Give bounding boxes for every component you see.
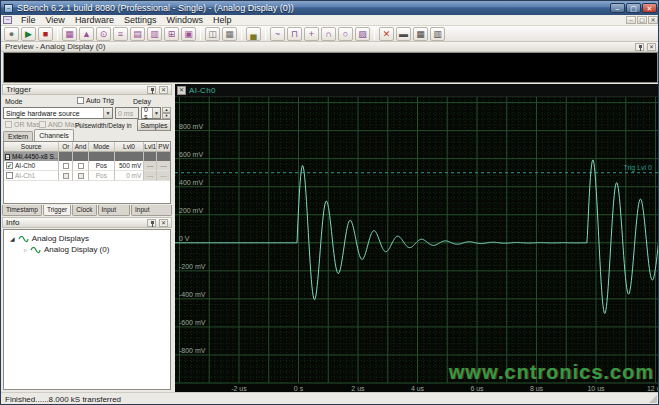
preview-display[interactable] xyxy=(3,52,658,83)
io-lines-icon[interactable]: ⊞ xyxy=(164,27,179,41)
stop-icon[interactable]: ■ xyxy=(38,27,53,41)
new-digital-display-icon[interactable]: ⊓ xyxy=(287,27,302,41)
column-header-source[interactable]: Source xyxy=(4,142,59,152)
close-icon[interactable]: ✕ xyxy=(159,86,168,94)
and-checkbox[interactable] xyxy=(78,163,84,169)
new-xy-display-icon[interactable]: + xyxy=(304,27,319,41)
column-header-lvl1[interactable]: Lvl1 xyxy=(144,142,157,152)
svg-text:4 us: 4 us xyxy=(411,385,425,392)
new-analog-display-icon[interactable]: ~ xyxy=(270,27,285,41)
close-button[interactable]: ✕ xyxy=(642,3,657,13)
or-checkbox[interactable] xyxy=(63,163,69,169)
mdi-restore-button[interactable]: ▢ xyxy=(637,16,647,24)
title-bar[interactable]: ~ SBench 6.2.1 build 8080 (Professional … xyxy=(1,1,659,15)
trigger-panel-header[interactable]: Trigger ✕ xyxy=(2,84,172,95)
mdi-minimize-button[interactable]: ‒ xyxy=(626,16,636,24)
column-header-lvl0[interactable]: Lvl0 xyxy=(115,142,145,152)
tile-windows-icon[interactable]: ▦ xyxy=(222,27,237,41)
analog-display: ✕ AI-Ch0 800 mV600 mV400 mV200 mV0 V-200… xyxy=(175,84,659,392)
pin-icon[interactable] xyxy=(635,43,644,51)
svg-text:400 mV: 400 mV xyxy=(179,179,203,186)
save-icon[interactable]: ▄ xyxy=(246,27,261,41)
column-header-and[interactable]: And xyxy=(73,142,89,152)
delay-stepper[interactable]: ▲ ▼ xyxy=(162,107,171,119)
tab-channels[interactable]: Channels xyxy=(34,129,74,141)
tree-expander-icon[interactable]: ▹ xyxy=(24,246,27,253)
input-mode-icon[interactable]: ▦ xyxy=(62,27,77,41)
info-panel-header[interactable]: Info ✕ xyxy=(2,217,172,228)
timestamp-icon[interactable]: ▤ xyxy=(130,27,145,41)
table-row[interactable]: AI-Ch1Pos0 mV------ xyxy=(4,171,170,181)
maximize-button[interactable]: ▢ xyxy=(626,3,641,13)
resize-grip[interactable] xyxy=(649,395,657,403)
mdi-child-icon[interactable]: ~ xyxy=(3,16,12,24)
layout-columns-icon[interactable]: ▥ xyxy=(430,27,445,41)
table-row[interactable]: ✔AI-Ch0Pos500 mV------ xyxy=(4,161,170,171)
zoom-display-icon[interactable]: ○ xyxy=(338,27,353,41)
cell-pw[interactable]: --- xyxy=(157,161,170,171)
mode-label: Mode xyxy=(5,98,23,105)
column-header-mode[interactable]: Mode xyxy=(89,142,115,152)
channel-enable-checkbox[interactable]: ✔ xyxy=(6,162,13,169)
sine-wave-icon xyxy=(30,246,41,254)
cell-lvl1[interactable]: --- xyxy=(144,161,157,171)
close-display-icon[interactable]: ✕ xyxy=(379,27,394,41)
channels-icon[interactable]: ≡ xyxy=(113,27,128,41)
tab-input-channels[interactable]: Input Channels xyxy=(131,205,172,216)
close-icon[interactable]: ✕ xyxy=(159,219,168,227)
tree-expander-icon[interactable]: ◢ xyxy=(10,235,15,242)
samples-button[interactable]: Samples xyxy=(137,119,171,131)
clock-setup-icon[interactable]: ⊙ xyxy=(96,27,111,41)
svg-text:2 us: 2 us xyxy=(351,385,365,392)
status-text: Finished......8.000 kS transferred xyxy=(5,395,121,404)
close-icon[interactable]: ✕ xyxy=(177,86,186,95)
svg-text:10 us: 10 us xyxy=(587,385,605,392)
layout-single-icon[interactable]: ▬ xyxy=(396,27,411,41)
cascade-windows-icon[interactable]: ◫ xyxy=(205,27,220,41)
new-fft-display-icon[interactable]: ∩ xyxy=(321,27,336,41)
svg-text:8 us: 8 us xyxy=(530,385,544,392)
pin-icon[interactable] xyxy=(147,219,156,227)
menu-settings[interactable]: Settings xyxy=(119,15,162,25)
menu-windows[interactable]: Windows xyxy=(161,15,208,25)
column-header-pw[interactable]: PW xyxy=(157,142,170,152)
or-mask-checkbox: OR Mask xyxy=(5,121,43,128)
layout-grid-icon[interactable]: ▦ xyxy=(413,27,428,41)
close-icon[interactable]: ✕ xyxy=(647,43,656,51)
menu-view[interactable]: View xyxy=(41,15,70,25)
channel-tab-ai-ch0[interactable]: AI-Ch0 xyxy=(189,86,216,95)
tree-item-analog-displays[interactable]: ◢Analog Displays xyxy=(4,233,170,244)
cell-lvl0[interactable]: 500 mV xyxy=(115,161,145,171)
export-display-icon[interactable]: ▨ xyxy=(355,27,370,41)
channel-enable-checkbox[interactable] xyxy=(6,172,13,179)
checkbox-icon xyxy=(77,97,84,104)
mdi-close-button[interactable]: ✕ xyxy=(648,16,658,24)
table-group-row[interactable]: − M4i.4450-x8 S... xyxy=(4,152,170,161)
toolbar: ●▶■▦▲⊙≡▤▥⊞▣◫▦▄~⊓+∩○▨✕▬▦▥ xyxy=(1,26,659,42)
tab-trigger[interactable]: Trigger xyxy=(43,205,71,216)
settings-icon[interactable]: ● xyxy=(4,27,19,41)
tab-extern[interactable]: Extern xyxy=(3,131,33,141)
auto-trig-checkbox[interactable]: Auto Trig xyxy=(77,97,114,104)
start-icon[interactable]: ▶ xyxy=(21,27,36,41)
menu-hardware[interactable]: Hardware xyxy=(70,15,119,25)
column-header-or[interactable]: Or xyxy=(59,142,73,152)
menu-help[interactable]: Help xyxy=(208,15,237,25)
delay-value-select[interactable]: 0 s ▼ xyxy=(141,107,161,119)
and-checkbox xyxy=(78,173,84,179)
waveform-plot[interactable]: 800 mV600 mV400 mV200 mV0 V-200 mV-400 m… xyxy=(175,97,659,392)
tree-item-analog-display-0-[interactable]: ▹Analog Display (0) xyxy=(4,244,170,255)
memory-icon[interactable]: ▥ xyxy=(147,27,162,41)
tab-timestamp[interactable]: Timestamp xyxy=(2,205,42,216)
minimize-button[interactable]: ‒ xyxy=(610,3,625,13)
menu-file[interactable]: File xyxy=(16,15,41,25)
pin-icon[interactable] xyxy=(147,86,156,94)
trigger-setup-icon[interactable]: ▲ xyxy=(79,27,94,41)
tab-clock[interactable]: Clock xyxy=(72,205,96,216)
trigger-source-select[interactable]: Single hardware source ▼ xyxy=(3,107,113,119)
tab-input-mode[interactable]: Input Mode xyxy=(98,205,131,216)
cell-mode[interactable]: Pos xyxy=(89,161,115,171)
card-info-icon[interactable]: ▣ xyxy=(181,27,196,41)
collapse-icon[interactable]: − xyxy=(5,154,10,160)
svg-text:-200 mV: -200 mV xyxy=(179,263,206,270)
